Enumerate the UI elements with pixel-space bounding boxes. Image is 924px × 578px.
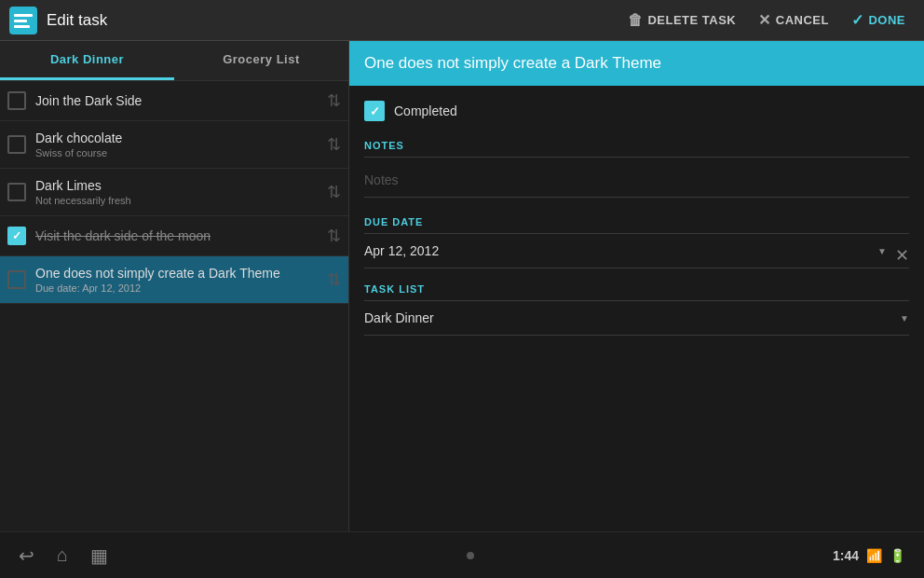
- task-text: Dark chocolate Swiss of course: [35, 131, 319, 158]
- task-checkbox[interactable]: [7, 227, 26, 245]
- bottombar: ↩ ⌂ ▦ 1:44 📶 🔋: [0, 531, 924, 578]
- drag-handle[interactable]: ⇅: [327, 182, 341, 202]
- task-subtitle: Swiss of course: [35, 147, 319, 158]
- task-text: One does not simply create a Dark Theme …: [35, 266, 319, 294]
- task-title: Dark chocolate: [35, 131, 319, 145]
- cancel-button[interactable]: ✕ CANCEL: [749, 6, 838, 34]
- completed-row: Completed: [364, 101, 909, 121]
- due-date-value: Apr 12, 2012: [364, 243, 877, 258]
- time-display: 1:44: [833, 548, 859, 563]
- page-title: Edit task: [47, 11, 618, 30]
- checkmark-icon: ✓: [851, 11, 864, 29]
- due-date-divider: [364, 233, 909, 234]
- detail-content: Completed NOTES DUE DATE Apr 12, 2012 ▼ …: [349, 86, 924, 531]
- drag-handle[interactable]: ⇅: [327, 269, 341, 290]
- drag-handle[interactable]: ⇅: [327, 90, 341, 111]
- completed-label: Completed: [394, 103, 457, 118]
- home-icon[interactable]: ⌂: [57, 544, 68, 566]
- svg-rect-2: [14, 20, 27, 22]
- battery-icon: 🔋: [890, 548, 905, 563]
- task-checkbox[interactable]: [7, 91, 26, 110]
- completed-checkbox[interactable]: [364, 101, 385, 121]
- tab-bar: Dark Dinner Grocery List: [0, 41, 348, 81]
- task-text: Visit the dark side of the moon: [35, 228, 319, 243]
- task-checkbox[interactable]: [7, 135, 26, 154]
- status-bar: 1:44 📶 🔋: [833, 548, 905, 563]
- bottom-nav-left: ↩ ⌂ ▦: [19, 544, 108, 567]
- left-panel: Dark Dinner Grocery List Join the Dark S…: [0, 41, 349, 531]
- date-clear-icon[interactable]: ✕: [895, 245, 909, 266]
- trash-icon: 🗑: [628, 12, 644, 29]
- delete-task-label: DELETE TASK: [647, 13, 736, 27]
- task-title: Dark Limes: [35, 178, 319, 193]
- task-due-date: Due date: Apr 12, 2012: [35, 282, 319, 294]
- tab-dark-dinner[interactable]: Dark Dinner: [0, 41, 174, 80]
- notes-divider: [364, 157, 909, 158]
- right-panel: One does not simply create a Dark Theme …: [349, 41, 924, 531]
- task-list-section-label: TASK LIST: [364, 283, 909, 295]
- task-item[interactable]: Dark chocolate Swiss of course ⇅: [0, 121, 348, 169]
- task-title: Join the Dark Side: [35, 93, 319, 108]
- task-item[interactable]: Visit the dark side of the moon ⇅: [0, 216, 348, 256]
- nav-dot: [467, 552, 474, 559]
- detail-title: One does not simply create a Dark Theme: [364, 54, 909, 73]
- svg-rect-1: [14, 14, 33, 17]
- cancel-label: CANCEL: [776, 13, 829, 27]
- task-item[interactable]: Join the Dark Side ⇅: [0, 81, 348, 121]
- done-button[interactable]: ✓ DONE: [842, 6, 915, 34]
- detail-header: One does not simply create a Dark Theme: [349, 41, 924, 86]
- due-date-row[interactable]: Apr 12, 2012 ▼ ✕: [364, 243, 909, 268]
- drag-handle[interactable]: ⇅: [327, 226, 341, 246]
- delete-task-button[interactable]: 🗑 DELETE TASK: [618, 7, 745, 34]
- task-item[interactable]: Dark Limes Not necessarily fresh ⇅: [0, 169, 348, 216]
- close-icon: ✕: [758, 11, 771, 29]
- task-checkbox[interactable]: [7, 183, 26, 201]
- task-list-value: Dark Dinner: [364, 310, 900, 325]
- app-icon: [9, 7, 37, 34]
- notes-input[interactable]: [364, 167, 909, 198]
- task-text: Dark Limes Not necessarily fresh: [35, 178, 319, 206]
- task-list-divider: [364, 300, 909, 301]
- task-item-selected[interactable]: One does not simply create a Dark Theme …: [0, 256, 348, 304]
- recents-icon[interactable]: ▦: [90, 544, 108, 567]
- topbar: Edit task 🗑 DELETE TASK ✕ CANCEL ✓ DONE: [0, 0, 924, 41]
- back-icon[interactable]: ↩: [19, 544, 34, 567]
- notes-section-label: NOTES: [364, 140, 909, 151]
- due-date-section-label: DUE DATE: [364, 216, 909, 227]
- tasklist-dropdown-icon: ▼: [900, 313, 909, 323]
- bottom-nav-center: [467, 552, 474, 559]
- date-dropdown-icon: ▼: [877, 246, 887, 256]
- topbar-actions: 🗑 DELETE TASK ✕ CANCEL ✓ DONE: [618, 6, 915, 34]
- drag-handle[interactable]: ⇅: [327, 134, 341, 155]
- tab-grocery-list[interactable]: Grocery List: [174, 41, 348, 80]
- task-subtitle: Not necessarily fresh: [35, 195, 319, 206]
- task-text: Join the Dark Side: [35, 93, 319, 108]
- svg-rect-3: [14, 25, 30, 28]
- main-content: Dark Dinner Grocery List Join the Dark S…: [0, 41, 924, 531]
- task-title: One does not simply create a Dark Theme: [35, 266, 319, 281]
- task-list: Join the Dark Side ⇅ Dark chocolate Swis…: [0, 81, 348, 531]
- task-list-row[interactable]: Dark Dinner ▼: [364, 310, 909, 336]
- task-checkbox[interactable]: [7, 270, 26, 289]
- done-label: DONE: [868, 13, 905, 27]
- task-title: Visit the dark side of the moon: [35, 228, 319, 243]
- wifi-icon: 📶: [866, 548, 882, 563]
